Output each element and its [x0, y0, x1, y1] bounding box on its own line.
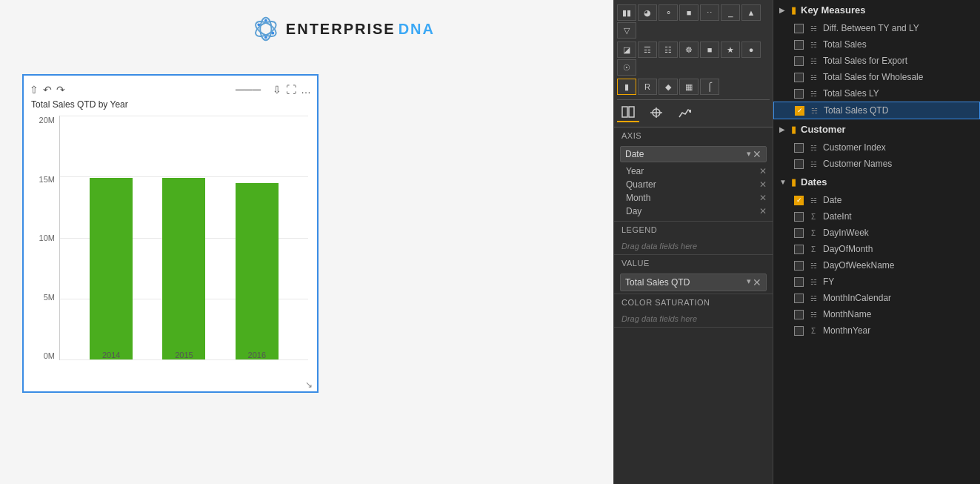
viz-icon-sparkline[interactable]: ⎧: [700, 79, 719, 95]
item-total-sales-qtd[interactable]: ✓ ☵ Total Sales QTD: [773, 102, 980, 119]
checkbox-dayofweekname[interactable]: [794, 261, 804, 271]
viz-icon-matrix[interactable]: ☸: [679, 42, 699, 58]
bar-2014[interactable]: [90, 178, 133, 359]
viz-icon-r[interactable]: R: [638, 79, 657, 95]
axis-item-month-remove[interactable]: ✕: [759, 193, 767, 203]
svg-point-5: [257, 23, 260, 26]
logo-text: ENTERPRISE DNA: [286, 21, 435, 38]
item-total-sales-ly[interactable]: ☵ Total Sales LY: [773, 85, 980, 102]
table-icon-total-sales-ly: ☵: [808, 90, 819, 98]
viz-icon-table[interactable]: ☷: [659, 42, 678, 58]
table-icon-customer-names: ☵: [808, 160, 819, 168]
checkbox-customer-index[interactable]: [794, 143, 804, 153]
item-date[interactable]: ✓ ☵ Date: [773, 192, 980, 208]
chart-redo-icon[interactable]: ↷: [56, 84, 65, 96]
checkbox-total-sales-export[interactable]: [794, 56, 804, 66]
value-chip-dropdown[interactable]: ▾: [747, 276, 751, 288]
checkbox-monthname[interactable]: [794, 310, 804, 319]
value-chip[interactable]: Total Sales QTD ▾ ✕: [620, 274, 767, 291]
tree-header-dates[interactable]: ▼ ▮ Dates: [773, 172, 980, 192]
item-monthname[interactable]: ☵ MonthName: [773, 306, 980, 322]
checkbox-total-sales-ly[interactable]: [794, 89, 804, 99]
tree-header-key-measures[interactable]: ▶ ▮ Key Measures: [773, 0, 980, 20]
item-customer-names[interactable]: ☵ Customer Names: [773, 156, 980, 172]
checkbox-total-sales[interactable]: [794, 40, 804, 50]
color-saturation-section: Color saturation Drag data fields here: [614, 294, 773, 328]
chart-download-icon[interactable]: ⇩: [273, 84, 281, 96]
item-total-sales[interactable]: ☵ Total Sales: [773, 36, 980, 53]
chart-menu-icon[interactable]: ───: [236, 83, 261, 96]
resize-handle[interactable]: ↘: [305, 379, 316, 390]
y-axis: 20M 15M 10M 5M 0M: [30, 116, 58, 360]
viz-icon-gauge[interactable]: ●: [741, 42, 761, 58]
viz-icon-area[interactable]: ▲: [741, 4, 761, 21]
bar-2016[interactable]: [236, 183, 279, 359]
item-dayofweekname[interactable]: ☵ DayOfWeekName: [773, 257, 980, 274]
svg-point-4: [264, 36, 267, 39]
viz-icon-card[interactable]: ■: [700, 42, 719, 58]
section-customer: ▶ ▮ Customer ☵ Customer Index ☵ Customer…: [773, 119, 980, 172]
axis-item-year-remove[interactable]: ✕: [759, 166, 767, 176]
checkbox-diff-ty-ly[interactable]: [794, 24, 804, 33]
viz-icon-pie[interactable]: ◕: [638, 4, 657, 21]
chart-container: ⇧ ↶ ↷ ─── ⇩ ⛶ … Total Sales QTD by Year …: [22, 74, 319, 393]
checkbox-dayofmonth[interactable]: [794, 245, 804, 254]
table-icon-total-sales-export: ☵: [808, 57, 819, 65]
table-icon-fy: ☵: [808, 278, 819, 286]
viz-icon-filter[interactable]: ◪: [617, 42, 636, 58]
checkbox-total-sales-qtd[interactable]: ✓: [795, 106, 804, 116]
x-labels: 2014 2015 2016: [60, 351, 308, 359]
viz-icon-treemap[interactable]: ■: [679, 4, 699, 21]
viz-icon-stacked-bar[interactable]: ▮▮: [617, 4, 636, 21]
viz-icon-kpi[interactable]: ★: [721, 42, 740, 58]
format-tab[interactable]: [645, 103, 667, 122]
analytics-tab[interactable]: [673, 103, 696, 122]
viz-icon-donut[interactable]: ⚬: [659, 4, 678, 21]
item-monthnyear[interactable]: Σ MonthnYear: [773, 322, 980, 339]
bar-2015[interactable]: [162, 178, 205, 359]
checkbox-monthincalendar[interactable]: [794, 294, 804, 303]
checkbox-date[interactable]: ✓: [794, 196, 804, 205]
item-dateint[interactable]: Σ DateInt: [773, 208, 980, 225]
sigma-icon-dayofmonth: Σ: [808, 245, 819, 253]
chart-back-icon[interactable]: ⇧: [30, 84, 39, 96]
checkbox-dayinweek[interactable]: [794, 228, 804, 238]
viz-icon-map[interactable]: ☉: [617, 59, 636, 76]
item-dayinweek[interactable]: Σ DayInWeek: [773, 225, 980, 241]
viz-icon-slicer[interactable]: ☶: [638, 42, 657, 58]
checkbox-monthnyear[interactable]: [794, 326, 804, 336]
item-diff-ty-ly[interactable]: ☵ Diff. Between TY and LY: [773, 20, 980, 36]
viz-icon-bar-active[interactable]: ▮: [617, 79, 636, 95]
viz-icon-qr[interactable]: ▦: [679, 79, 699, 95]
checkbox-customer-names[interactable]: [794, 159, 804, 169]
item-monthincalendar[interactable]: ☵ MonthInCalendar: [773, 290, 980, 306]
tree-header-customer[interactable]: ▶ ▮ Customer: [773, 119, 980, 139]
axis-label: Axis: [614, 127, 773, 144]
item-fy[interactable]: ☵ FY: [773, 274, 980, 290]
viz-icon-python[interactable]: ◆: [659, 79, 678, 95]
axis-item-quarter-remove[interactable]: ✕: [759, 179, 767, 190]
viz-icon-line[interactable]: ⎯: [721, 4, 740, 21]
item-total-sales-export[interactable]: ☵ Total Sales for Export: [773, 53, 980, 69]
axis-date-chip[interactable]: Date ▾ ✕: [620, 146, 767, 162]
chart-undo-icon[interactable]: ↶: [43, 84, 52, 96]
checkbox-total-sales-wholesale[interactable]: [794, 73, 804, 82]
folder-key-measures: ▮: [791, 4, 796, 16]
chart-expand-icon[interactable]: ⛶: [286, 84, 296, 96]
item-customer-index[interactable]: ☵ Customer Index: [773, 139, 980, 156]
checkbox-dateint[interactable]: [794, 212, 804, 222]
viz-icon-combo[interactable]: ▽: [617, 22, 636, 39]
item-total-sales-wholesale[interactable]: ☵ Total Sales for Wholesale: [773, 69, 980, 85]
viz-icon-scatter[interactable]: ⋅⋅: [700, 4, 719, 21]
date-chip-remove[interactable]: ✕: [753, 149, 761, 159]
item-dayofmonth[interactable]: Σ DayOfMonth: [773, 241, 980, 257]
checkbox-fy[interactable]: [794, 277, 804, 287]
axis-items: Year ✕ Quarter ✕ Month ✕ Day ✕: [614, 165, 773, 221]
color-saturation-placeholder: Drag data fields here: [614, 311, 773, 327]
date-chip-dropdown[interactable]: ▾: [747, 149, 751, 159]
chart-more-icon[interactable]: …: [301, 84, 311, 96]
value-chip-remove[interactable]: ✕: [753, 276, 761, 288]
axis-item-day-remove[interactable]: ✕: [759, 206, 767, 216]
legend-section: Legend Drag data fields here: [614, 222, 773, 255]
fields-tab[interactable]: [617, 103, 639, 122]
